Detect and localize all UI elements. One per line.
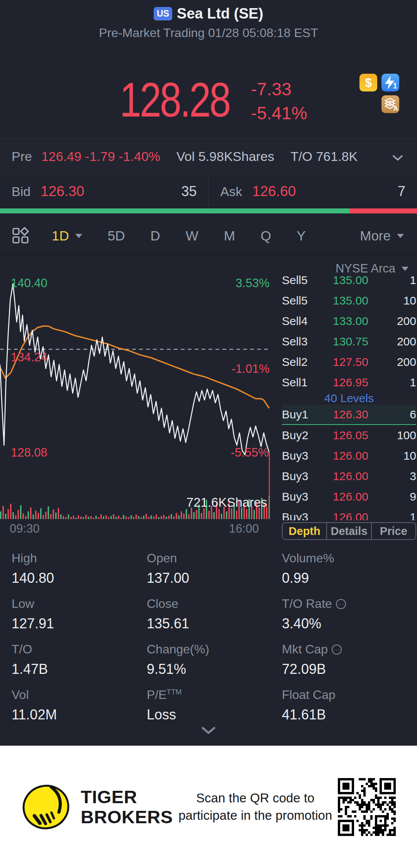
book-row-sell5[interactable]: Sell5135.001 [282, 275, 416, 290]
stat-label: T/O Rate··· [282, 597, 405, 611]
book-qty: 10 [403, 449, 416, 462]
book-row-buy1[interactable]: Buy1126.306 [282, 405, 416, 425]
book-qty: 6 [410, 408, 416, 421]
promo-text: Scan the QR code to participate in the p… [178, 790, 332, 824]
chart-mid-pct: -1.01% [232, 362, 270, 376]
book-tab-details[interactable]: Details [326, 523, 371, 539]
stat-label: Volume% [282, 551, 405, 565]
price-line [0, 284, 269, 455]
venue-selector[interactable]: NYSE Arca [336, 262, 409, 276]
book-row-buy3[interactable]: Buy3126.001 [282, 507, 416, 520]
stat-value: 41.61B [282, 707, 405, 723]
change-amount: -7.33 [251, 77, 307, 101]
expand-stats-button[interactable] [0, 726, 417, 736]
stat-label: Open [147, 551, 282, 565]
ma-line [0, 326, 269, 408]
bid-ratio-segment [0, 208, 349, 213]
book-row-sell5[interactable]: Sell5135.0010 [282, 291, 416, 311]
caret-down-icon [397, 234, 404, 238]
ask-price: 126.60 [252, 183, 296, 200]
chart-max-pct: 3.53% [236, 276, 270, 290]
tab-y[interactable]: Y [297, 228, 305, 244]
pre-label: Pre [12, 149, 32, 164]
stat-label: Vol [12, 688, 147, 702]
book-qty: 200 [397, 335, 416, 348]
book-side: Sell5 [282, 275, 325, 287]
book-price: 133.00 [325, 315, 376, 328]
book-row-buy3[interactable]: Buy3126.0010 [282, 446, 416, 466]
bid-cell[interactable]: Bid 126.30 35 [0, 174, 208, 208]
book-side: Sell5 [282, 294, 325, 307]
intraday-chart[interactable] [0, 257, 274, 519]
chart-mid-price: 134.24 [11, 350, 47, 364]
bid-ask-ratio-bar [0, 208, 417, 213]
promo-footer: TIGER BROKERS Scan the QR code to partic… [0, 746, 417, 868]
stats-row: T/O1.47BChange(%)9.51%Mkt Cap···72.09B [0, 637, 417, 682]
ask-cell[interactable]: Ask 126.60 7 [208, 174, 417, 208]
tab-q[interactable]: Q [261, 228, 271, 244]
stat-label: Mkt Cap··· [282, 642, 405, 656]
stat-open: Open137.00 [147, 551, 282, 591]
book-qty: 3 [410, 470, 416, 483]
svg-text:A: A [393, 105, 398, 112]
tab-m[interactable]: M [224, 228, 235, 244]
chevron-down-icon[interactable] [392, 149, 403, 164]
svg-text:$: $ [365, 76, 371, 90]
book-row-sell2[interactable]: Sell2127.50200 [282, 352, 416, 372]
tab-1d[interactable]: 1D [52, 228, 82, 244]
stat-value: 9.51% [147, 661, 282, 677]
book-row-sell1[interactable]: Sell1126.951 [282, 372, 416, 393]
book-price: 126.00 [325, 490, 376, 503]
chart-layout-grid-icon[interactable] [12, 227, 29, 245]
period-tabs: 1D5DDWMQYMore [52, 228, 405, 244]
last-price: 128.28 [120, 76, 229, 124]
book-qty: 9 [410, 490, 416, 503]
stat-value: 135.61 [147, 616, 282, 632]
depth-table[interactable]: Sell5135.001Sell5135.0010Sell4133.00200S… [282, 275, 416, 520]
promo-qr-code [338, 778, 396, 836]
dollar-icon[interactable]: $ [359, 74, 377, 91]
book-row-buy3[interactable]: Buy3126.003 [282, 466, 416, 486]
ask-size: 7 [398, 183, 405, 200]
stat-label: P/ETTM [147, 688, 282, 702]
book-price: 127.50 [325, 355, 376, 369]
bid-label: Bid [12, 184, 31, 199]
tab-w[interactable]: W [186, 228, 198, 244]
stat-value: 72.09B [282, 661, 405, 677]
info-icon[interactable]: ··· [336, 599, 346, 609]
stat-label: Float Cap [282, 688, 405, 702]
change-percent: -5.41% [251, 101, 307, 125]
pre-turnover: T/O 761.8K [290, 149, 358, 164]
level-a-quote-icon[interactable]: A [381, 95, 399, 113]
levels-count[interactable]: 40 Levels [282, 391, 416, 406]
premarket-summary-row[interactable]: Pre 126.49 -1.79 -1.40% Vol 5.98KShares … [0, 138, 417, 174]
flash-order-icon[interactable]: 1 [381, 74, 399, 91]
stat-value: Loss [147, 707, 282, 723]
book-tab-depth[interactable]: Depth [283, 523, 326, 539]
book-price: 126.00 [325, 511, 376, 520]
chevron-down-icon [402, 267, 409, 271]
tab-5d[interactable]: 5D [108, 228, 125, 244]
book-qty: 100 [397, 429, 416, 442]
tab-d[interactable]: D [151, 228, 160, 244]
tiger-logo-icon [21, 783, 71, 831]
book-row-buy3[interactable]: Buy3126.009 [282, 487, 416, 507]
stat-high: High140.80 [12, 551, 147, 591]
book-row-sell4[interactable]: Sell4133.00200 [282, 311, 416, 331]
book-row-buy2[interactable]: Buy2126.05100 [282, 425, 416, 445]
session-subtitle: Pre-Market Trading 01/28 05:08:18 EST [0, 26, 417, 40]
book-price: 126.00 [325, 449, 376, 462]
chart-max-price: 140.40 [11, 276, 47, 290]
stat-value: 0.99 [282, 570, 405, 586]
book-row-sell3[interactable]: Sell3130.75200 [282, 332, 416, 352]
stat-label: Change(%) [147, 642, 282, 656]
info-icon[interactable]: ··· [332, 645, 342, 655]
book-tab-price[interactable]: Price [371, 523, 415, 539]
book-qty: 10 [403, 294, 416, 307]
stats-row: High140.80Open137.00Volume%0.99 [0, 546, 417, 591]
tab-more[interactable]: More [360, 228, 404, 244]
ask-label: Ask [220, 184, 242, 199]
book-side: Sell1 [282, 376, 325, 389]
stat-label: High [12, 551, 147, 565]
book-qty: 1 [410, 376, 416, 389]
